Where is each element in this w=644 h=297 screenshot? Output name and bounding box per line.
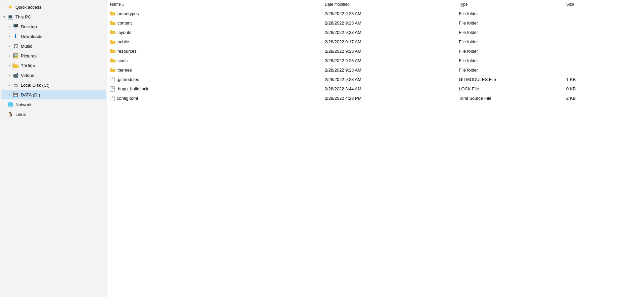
file-type: File folder [456,28,563,37]
sidebar-item-music[interactable]: 🎵 Music [1,41,106,51]
sidebar-label-quick-access: Quick access [15,5,103,10]
sidebar-item-desktop[interactable]: 🖥️ Desktop [1,22,106,31]
folder-icon [110,58,115,63]
file-type: LOCK File [456,84,563,94]
expand-arrow[interactable] [1,5,7,9]
file-icon [110,96,115,101]
file-size [563,66,644,75]
sidebar-item-quick-access[interactable]: ★ Quick access [1,2,106,12]
sidebar-label-tailieu: Tài liệu [21,63,103,68]
data-drive-icon: 💾 [13,92,18,97]
expand-arrow[interactable] [1,15,7,19]
sidebar-item-data[interactable]: 💾 DATA (D:) [1,90,106,99]
file-date: 2/28/2022 9:23 AM [322,28,456,37]
folder-icon [110,21,115,25]
file-date: 2/28/2022 9:17 AM [322,37,456,47]
linux-icon-wrapper: 🐧 [7,112,13,117]
sidebar-item-videos[interactable]: 📹 Videos [1,71,106,80]
sidebar-item-network[interactable]: 🌐 Network [1,100,106,109]
file-size: 2 KB [563,94,644,103]
file-name: .hugo_build.lock [117,86,148,91]
sidebar-label-pictures: Pictures [21,53,103,58]
thispc-icon: 💻 [7,14,13,19]
file-size [563,37,644,47]
file-size [563,9,644,18]
sidebar-item-this-pc[interactable]: 💻 This PC [1,12,106,22]
expand-arrow[interactable] [7,54,12,58]
table-row[interactable]: themes2/28/2022 9:23 AMFile folder [107,66,644,75]
network-icon-wrapper: 🌐 [7,102,13,107]
column-header-name[interactable]: Name [107,0,322,9]
file-date: 2/28/2022 9:23 AM [322,18,456,28]
column-header-type[interactable]: Type [456,0,563,9]
sidebar-item-tailieu[interactable]: Tài liệu [1,61,106,70]
folder-icon [110,11,115,16]
downloads-icon: ⬇ [13,33,18,39]
sidebar-label-music: Music [21,44,103,49]
downloads-icon-wrapper: ⬇ [12,33,19,39]
file-name: resources [117,49,137,54]
sidebar-label-videos: Videos [21,73,103,78]
table-row[interactable]: .gitmodules2/28/2022 9:23 AMGITMODULES F… [107,75,644,84]
file-date: 2/28/2022 9:23 AM [322,47,456,56]
sidebar-label-downloads: Downloads [21,34,103,39]
file-name-cell: content [107,18,322,28]
table-row[interactable]: static2/28/2022 9:23 AMFile folder [107,56,644,66]
file-name-cell: public [107,37,322,47]
table-row[interactable]: archetypes2/28/2022 9:23 AMFile folder [107,9,644,18]
table-row[interactable]: public2/28/2022 9:17 AMFile folder [107,37,644,47]
file-list[interactable]: NameDate modifiedTypeSize archetypes2/28… [107,0,644,297]
music-icon: 🎵 [13,43,18,49]
file-type: File folder [456,66,563,75]
expand-arrow[interactable] [7,74,12,77]
expand-arrow[interactable] [7,93,12,97]
expand-arrow[interactable] [7,83,12,87]
sidebar-label-network: Network [15,102,103,107]
file-date: 2/28/2022 9:23 AM [322,56,456,66]
folder-icon-wrapper [12,63,19,68]
table-row[interactable]: content2/28/2022 9:23 AMFile folder [107,18,644,28]
file-name: themes [117,68,132,73]
folder-icon [12,63,18,68]
sidebar-item-downloads[interactable]: ⬇ Downloads [1,32,106,41]
column-header-date[interactable]: Date modified [322,0,456,9]
file-name: static [117,58,128,63]
sidebar[interactable]: ★ Quick access 💻 This PC 🖥️ Desktop ⬇ Do… [0,0,107,297]
table-row[interactable]: resources2/28/2022 9:23 AMFile folder [107,47,644,56]
file-size [563,18,644,28]
sidebar-item-pictures[interactable]: 🖼️ Pictures [1,51,106,60]
file-size: 1 KB [563,75,644,84]
sidebar-item-linux[interactable]: 🐧 Linux [1,110,106,119]
thispc-icon-wrapper: 💻 [7,14,13,19]
videos-icon-wrapper: 📹 [12,73,19,78]
file-size: 0 KB [563,84,644,94]
sidebar-item-localdisk[interactable]: 🖴 Local Disk (C:) [1,80,106,90]
file-type: File folder [456,37,563,47]
expand-arrow[interactable] [7,35,12,38]
file-type: File folder [456,47,563,56]
column-header-size[interactable]: Size [563,0,644,9]
file-date: 2/28/2022 9:23 AM [322,9,456,18]
expand-arrow[interactable] [1,103,7,107]
videos-icon: 📹 [13,73,18,78]
file-name-cell: archetypes [107,9,322,18]
expand-arrow[interactable] [7,44,12,48]
expand-arrow[interactable] [7,25,12,29]
desktop-icon: 🖥️ [13,24,18,29]
file-type: File folder [456,56,563,66]
file-date: 2/28/2022 4:28 PM [322,94,456,103]
expand-arrow[interactable] [1,113,7,116]
table-row[interactable]: .hugo_build.lock2/28/2022 3:44 AMLOCK Fi… [107,84,644,94]
file-name-cell: .gitmodules [107,75,322,84]
expand-arrow[interactable] [7,64,12,68]
file-type: GITMODULES File [456,75,563,84]
table-row[interactable]: config.toml2/28/2022 4:28 PMToml Source … [107,94,644,103]
sidebar-label-data: DATA (D:) [21,92,103,97]
file-name: public [117,39,129,44]
star-icon-wrapper: ★ [7,4,13,10]
localdisk-icon: 🖴 [13,83,18,88]
file-name-cell: .hugo_build.lock [107,84,322,94]
table-row[interactable]: layouts2/28/2022 9:23 AMFile folder [107,28,644,37]
file-name-cell: resources [107,47,322,56]
file-name-cell: config.toml [107,94,322,103]
